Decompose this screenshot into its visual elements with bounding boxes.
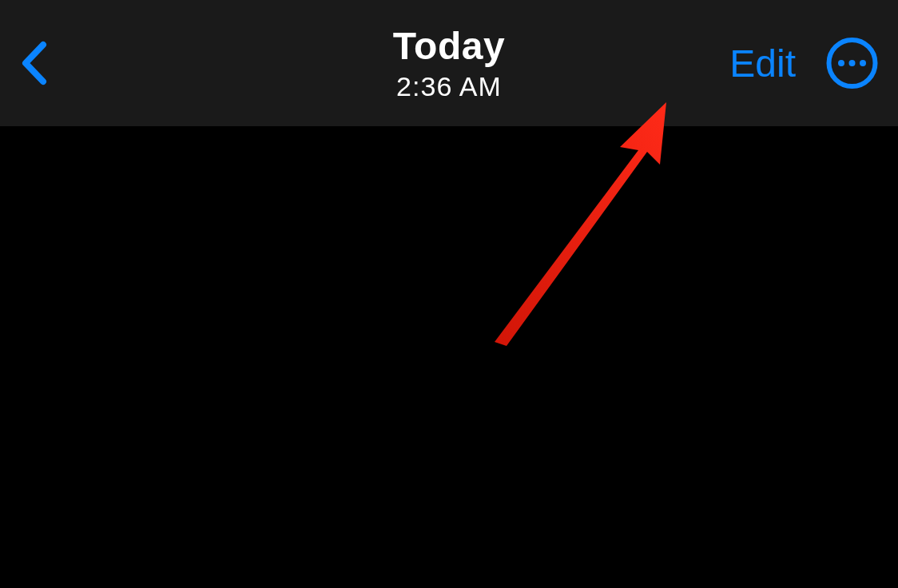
page-subtitle: 2:36 AM — [393, 71, 505, 102]
content-area — [0, 126, 898, 588]
more-options-button[interactable] — [826, 38, 878, 89]
header-title-group: Today 2:36 AM — [393, 24, 505, 102]
edit-button[interactable]: Edit — [729, 42, 796, 85]
svg-point-1 — [838, 60, 844, 66]
more-options-icon — [826, 38, 878, 89]
svg-point-2 — [849, 60, 856, 66]
navigation-header: Today 2:36 AM Edit — [0, 0, 898, 126]
svg-point-3 — [860, 60, 866, 66]
chevron-left-icon — [18, 38, 53, 88]
back-button[interactable] — [18, 38, 53, 88]
page-title: Today — [393, 24, 505, 68]
